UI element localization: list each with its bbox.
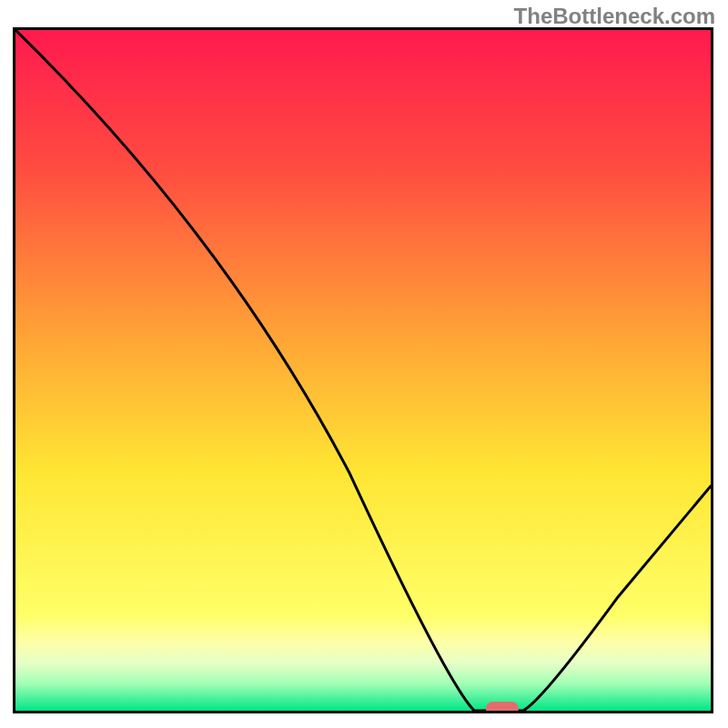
- chart-frame: [13, 27, 713, 713]
- gradient-background: [15, 30, 711, 711]
- bottleneck-chart: [15, 30, 711, 711]
- watermark-label: TheBottleneck.com: [514, 4, 715, 29]
- optimal-point-marker: [486, 702, 519, 711]
